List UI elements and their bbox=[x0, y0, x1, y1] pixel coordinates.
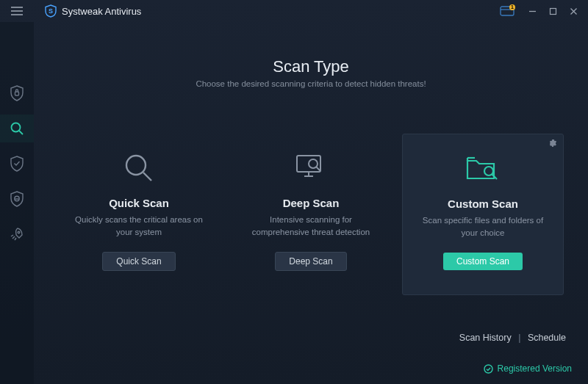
svg-rect-7 bbox=[550, 8, 556, 14]
sidebar-item-protection[interactable] bbox=[0, 79, 34, 107]
page-title: Scan Type bbox=[50, 57, 572, 76]
schedule-link[interactable]: Schedule bbox=[528, 333, 566, 343]
custom-scan-button[interactable]: Custom Scan bbox=[443, 253, 523, 270]
minimize-icon bbox=[528, 7, 537, 15]
gear-icon bbox=[547, 139, 557, 149]
separator: | bbox=[518, 333, 520, 343]
main-content: Scan Type Choose the desired scanning cr… bbox=[34, 22, 588, 384]
shield-check-icon bbox=[10, 156, 24, 172]
card-title: Custom Scan bbox=[448, 198, 518, 210]
shield-lock-icon bbox=[10, 85, 24, 101]
svg-line-12 bbox=[19, 131, 23, 134]
maximize-icon bbox=[549, 7, 557, 15]
titlebar: S Systweak Antivirus 1 bbox=[0, 0, 588, 22]
card-desc: Scan specific files and folders of your … bbox=[413, 214, 553, 239]
sidebar-item-quarantine[interactable] bbox=[0, 150, 34, 178]
card-title: Deep Scan bbox=[283, 197, 340, 209]
check-circle-icon bbox=[484, 364, 493, 374]
svg-line-17 bbox=[143, 173, 151, 181]
quick-scan-button[interactable]: Quick Scan bbox=[102, 252, 175, 271]
scan-history-link[interactable]: Scan History bbox=[459, 333, 512, 343]
card-title: Quick Scan bbox=[109, 197, 169, 209]
notification-badge[interactable]: 1 bbox=[498, 4, 516, 18]
app-title: Systweak Antivirus bbox=[62, 6, 141, 17]
sidebar-item-boost[interactable] bbox=[0, 220, 34, 248]
maximize-button[interactable] bbox=[542, 3, 563, 19]
deep-scan-icon bbox=[293, 147, 329, 189]
app-logo-icon: S bbox=[44, 4, 57, 18]
card-custom-scan[interactable]: Custom Scan Scan specific files and fold… bbox=[402, 134, 564, 295]
status-footer: Registered Version bbox=[484, 363, 572, 374]
sidebar-item-scan[interactable] bbox=[0, 115, 34, 142]
rocket-icon bbox=[10, 227, 24, 242]
status-text: Registered Version bbox=[498, 363, 572, 374]
footer-links: Scan History | Schedule bbox=[459, 333, 566, 343]
svg-point-27 bbox=[484, 365, 492, 373]
card-desc: Quickly scans the critical areas on your… bbox=[68, 214, 209, 239]
svg-point-15 bbox=[18, 231, 20, 233]
card-deep-scan[interactable]: Deep Scan Intensive scanning for compreh… bbox=[230, 134, 392, 295]
minimize-button[interactable] bbox=[522, 3, 542, 19]
sidebar bbox=[0, 22, 34, 384]
page-subtitle: Choose the desired scanning criteria to … bbox=[50, 79, 572, 88]
card-quick-scan[interactable]: Quick Scan Quickly scans the critical ar… bbox=[58, 134, 220, 295]
svg-point-16 bbox=[126, 156, 146, 175]
close-button[interactable] bbox=[563, 3, 584, 19]
svg-rect-10 bbox=[15, 92, 19, 95]
deep-scan-button[interactable]: Deep Scan bbox=[275, 252, 346, 271]
card-desc: Intensive scanning for comprehensive thr… bbox=[240, 214, 381, 239]
card-settings-button[interactable] bbox=[547, 139, 557, 152]
quick-scan-icon bbox=[122, 147, 156, 189]
svg-text:S: S bbox=[49, 7, 53, 15]
hamburger-icon bbox=[10, 6, 24, 16]
menu-button[interactable] bbox=[0, 0, 34, 22]
page-heading: Scan Type Choose the desired scanning cr… bbox=[50, 57, 572, 88]
body: Scan Type Choose the desired scanning cr… bbox=[0, 22, 588, 384]
badge-count: 1 bbox=[509, 4, 515, 10]
app-window: S Systweak Antivirus 1 bbox=[0, 0, 588, 384]
svg-point-21 bbox=[309, 159, 318, 168]
shield-e-icon bbox=[10, 191, 24, 207]
sidebar-item-web[interactable] bbox=[0, 185, 34, 213]
close-icon bbox=[570, 7, 578, 15]
custom-scan-icon bbox=[465, 148, 501, 190]
scan-cards: Quick Scan Quickly scans the critical ar… bbox=[50, 134, 572, 295]
svg-point-25 bbox=[484, 167, 493, 175]
magnifier-icon bbox=[10, 121, 24, 136]
svg-point-11 bbox=[12, 123, 21, 132]
